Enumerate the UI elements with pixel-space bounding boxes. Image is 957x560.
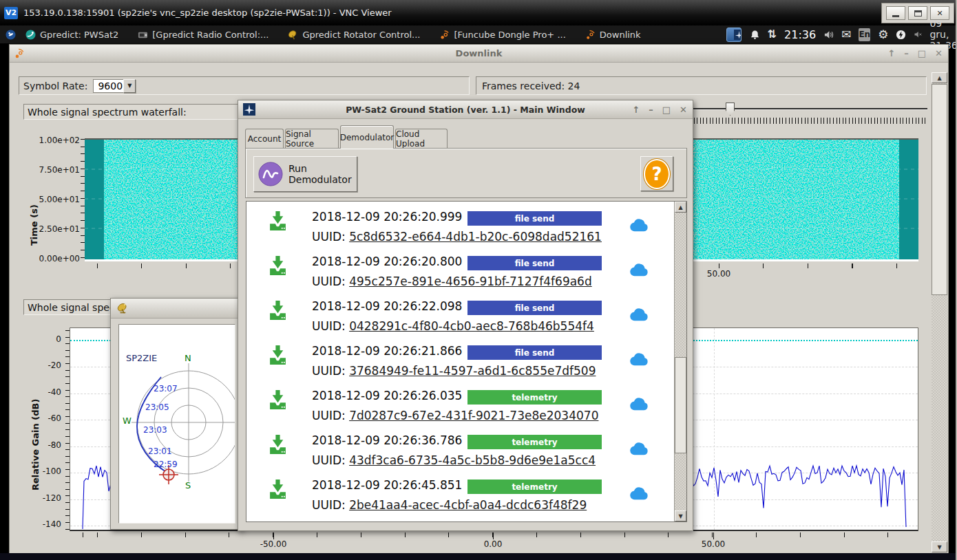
frame-type-badge: file send — [467, 211, 602, 226]
spectrum-ytick: -20 — [20, 360, 61, 370]
frame-uuid-line: UUID: 0428291c-4f80-4cb0-aec8-768b46b554… — [312, 319, 594, 333]
download-icon[interactable] — [269, 301, 286, 321]
maximize-icon[interactable]: □ — [918, 48, 926, 58]
spectrum-ytick: 0 — [20, 334, 61, 344]
frame-type-badge: telemetry — [467, 480, 602, 494]
tab-cloud-upload[interactable]: Cloud Upload — [395, 129, 448, 149]
download-icon[interactable] — [269, 480, 286, 499]
tab-signal-source[interactable]: Signal Source — [285, 129, 339, 149]
frame-timestamp: 2018-12-09 20:26:20.800 — [312, 255, 462, 268]
cloud-upload-icon[interactable] — [629, 263, 649, 277]
vnc-viewer-window: V2 153.19.0.138:15901 (sp2zie's vnc_sp2z… — [0, 0, 957, 560]
scroll-up-button[interactable]: ▲ — [675, 202, 686, 213]
download-icon[interactable] — [269, 390, 286, 410]
taskbar-item-radio-control[interactable]: [Gpredict Radio Control:... — [138, 30, 269, 40]
rollup-icon[interactable]: ↑ — [632, 105, 640, 115]
cloud-upload-icon[interactable] — [629, 487, 649, 500]
download-icon[interactable] — [269, 211, 286, 231]
downlink-vertical-scrollbar[interactable]: ▲ ▼ — [932, 72, 947, 552]
tab-account[interactable]: Account — [245, 129, 284, 149]
scrollbar-thumb[interactable] — [932, 84, 947, 295]
help-button[interactable]: ? — [640, 156, 673, 191]
waterfall-right-band — [899, 140, 918, 261]
taskbar-item-gpredict[interactable]: Gpredict: PWSat2 — [25, 30, 118, 40]
pwsat-window-icon — [243, 103, 255, 116]
demodulator-wave-icon — [258, 162, 283, 186]
start-button[interactable] — [6, 30, 16, 40]
uuid-label: UUID: — [312, 364, 346, 378]
minimize-icon[interactable]: – — [904, 48, 909, 58]
volume-icon[interactable] — [823, 30, 834, 40]
frequency-slider-handle[interactable] — [726, 103, 735, 116]
symbol-rate-dropdown[interactable]: 9600 ▼ — [93, 79, 136, 93]
download-icon[interactable] — [269, 435, 286, 455]
frame-timestamp: 2018-12-09 20:26:45.851 — [312, 478, 462, 492]
muted-speaker-icon[interactable] — [914, 30, 922, 39]
cloud-upload-icon[interactable] — [629, 442, 649, 455]
cloud-upload-icon[interactable] — [629, 308, 649, 321]
frames-received-box: Frames received: 24 — [476, 76, 927, 95]
scroll-down-button[interactable]: ▼ — [932, 541, 947, 552]
rollup-icon[interactable]: ↑ — [887, 48, 895, 58]
waterfall-caption: Whole signal spectrum waterfall: — [23, 104, 242, 120]
pwsat-window-icon — [734, 30, 742, 40]
cloud-upload-icon[interactable] — [629, 353, 649, 366]
main-titlebar-buttons: ↑ – □ ✕ — [632, 100, 687, 118]
scroll-up-button[interactable]: ▲ — [932, 72, 947, 83]
frame-uuid-line: UUID: 2be41aa4-acec-4cbf-a0a4-dcdc63f48f… — [312, 498, 587, 512]
uuid-link[interactable]: 37684949-fe11-4597-a6d1-6c855e7df509 — [349, 364, 596, 378]
cloud-upload-icon[interactable] — [629, 398, 649, 411]
taskbar-item-label: Downlink — [600, 30, 641, 40]
waterfall-ytick: 2.50e+01 — [25, 224, 80, 234]
uuid-link[interactable]: 43df3ca6-6735-4a5c-b5b8-9d6e9e1a5cc4 — [349, 453, 596, 467]
taskbar-item-funcube[interactable]: [Funcube Dongle Pro+ ... — [439, 30, 565, 40]
gear-icon[interactable]: ⚙ — [878, 29, 888, 41]
uuid-label: UUID: — [312, 453, 346, 467]
download-icon[interactable] — [269, 256, 286, 276]
main-titlebar[interactable]: PW-Sat2 Ground Station (ver. 1.1) - Main… — [238, 100, 693, 119]
frame-row: 2018-12-09 20:26:21.866 file send UUID: … — [246, 341, 673, 386]
power-bolt-icon[interactable] — [896, 30, 906, 40]
taskbar-item-label: [Funcube Dongle Pro+ ... — [454, 30, 565, 40]
close-icon[interactable]: ✕ — [680, 105, 687, 115]
polar-titlebar[interactable] — [111, 299, 242, 319]
tab-demodulator[interactable]: Demodulator — [340, 125, 394, 149]
network-activity-icon[interactable]: ⇅ — [768, 29, 777, 40]
cloud-upload-icon[interactable] — [629, 219, 649, 232]
uuid-link[interactable]: 495c257e-891e-4656-91bf-7127f4f69a6d — [349, 274, 592, 288]
spectrum-ytick: -80 — [20, 440, 61, 450]
spectrum-ytick: -40 — [20, 387, 61, 397]
minimize-icon[interactable]: – — [649, 105, 653, 115]
uuid-label: UUID: — [312, 409, 346, 422]
polar-callsign: SP2ZIE — [126, 353, 157, 363]
keyboard-layout-badge[interactable]: En — [859, 28, 870, 41]
maximize-icon[interactable]: □ — [662, 105, 671, 115]
close-icon[interactable]: ✕ — [935, 48, 943, 58]
tab-label: Signal Source — [286, 129, 338, 149]
uuid-label: UUID: — [312, 498, 346, 512]
uuid-link[interactable]: 0428291c-4f80-4cb0-aec8-768b46b554f4 — [349, 319, 594, 333]
waterfall-ytick: 5.00e+01 — [25, 195, 80, 204]
taskbar-item-pwsat-active[interactable]: PW-Sat2 Ground Statio... — [726, 28, 742, 42]
frame-row: 2018-12-09 20:26:20.800 file send UUID: … — [246, 252, 673, 297]
notification-bell-icon[interactable] — [750, 30, 760, 40]
uuid-link[interactable]: 7d0287c9-67e2-431f-9021-73e8e2034070 — [349, 409, 598, 422]
uuid-link[interactable]: 5c8d6532-e664-4db1-b20c-6098dad52161 — [349, 230, 602, 244]
frames-list-scrollbar[interactable]: ▲ ▼ — [674, 202, 686, 521]
polar-plot-panel: SP2ZIE N W S 23:07 23:05 23:03 23:01 22:… — [118, 324, 235, 524]
vnc-title: 153.19.0.138:15901 (sp2zie's vnc_sp2zie … — [23, 8, 392, 18]
frame-row: 2018-12-09 20:26:26.035 telemetry UUID: … — [246, 386, 673, 431]
scroll-down-button[interactable]: ▼ — [675, 510, 686, 521]
frame-row: 2018-12-09 20:26:45.851 telemetry UUID: … — [246, 475, 673, 520]
download-icon[interactable] — [269, 345, 286, 365]
taskbar-item-rotator-control[interactable]: Gpredict Rotator Control... — [288, 30, 420, 40]
tray-clock[interactable]: 21:36 — [784, 28, 816, 41]
taskbar-item-downlink[interactable]: Downlink — [585, 30, 641, 40]
run-demodulator-button[interactable]: Run Demodulator — [253, 156, 357, 192]
mail-icon[interactable]: ✉ — [841, 29, 851, 41]
frame-uuid-line: UUID: 5c8d6532-e664-4db1-b20c-6098dad521… — [312, 230, 602, 244]
uuid-link[interactable]: 2be41aa4-acec-4cbf-a0a4-dcdc63f48f29 — [349, 498, 587, 512]
scrollbar-thumb[interactable] — [675, 357, 686, 453]
downlink-titlebar[interactable]: Downlink ↑ – □ ✕ — [10, 45, 948, 63]
spectrum-xtick-label: 50.00 — [689, 539, 737, 549]
